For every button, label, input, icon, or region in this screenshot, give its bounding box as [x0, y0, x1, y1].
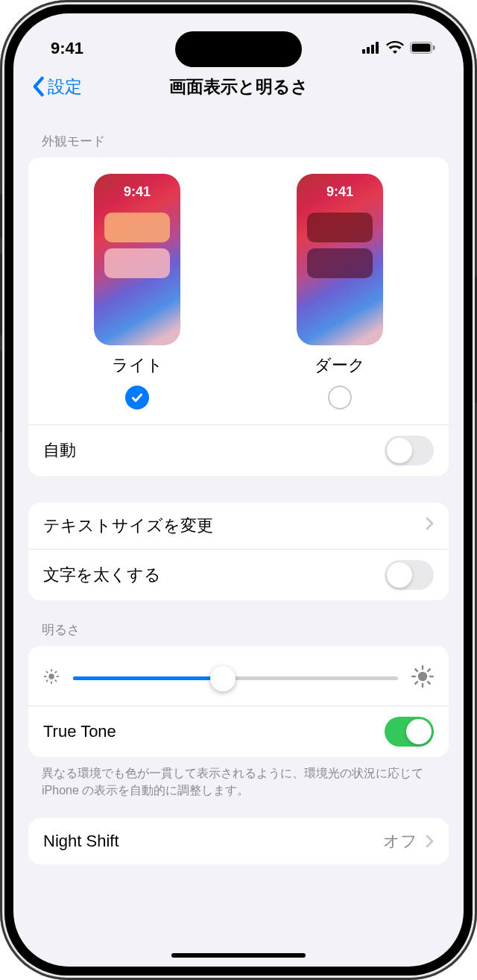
toggle-bold[interactable]	[385, 560, 434, 590]
svg-rect-0	[362, 49, 365, 54]
sun-min-icon	[43, 668, 60, 688]
text-card: テキストサイズを変更 文字を太くする	[28, 503, 449, 600]
night-shift-label: Night Shift	[43, 832, 119, 851]
light-preview: 9:41	[94, 174, 180, 345]
row-auto: 自動	[28, 424, 449, 476]
brightness-card: True Tone	[28, 646, 449, 757]
true-tone-footer: 異なる環境でも色が一貫して表示されるように、環境光の状況に応じて iPhone …	[28, 757, 449, 802]
dark-preview: 9:41	[297, 174, 383, 345]
svg-line-24	[428, 669, 430, 671]
chevron-left-icon	[31, 76, 45, 97]
sun-max-icon	[411, 665, 434, 691]
svg-rect-3	[376, 42, 379, 54]
appearance-selector: 9:41 ライト 9:41 ダーク	[28, 157, 449, 424]
home-indicator[interactable]	[171, 953, 306, 958]
svg-point-16	[418, 672, 428, 682]
content[interactable]: 外観モード 9:41 ライト	[13, 107, 464, 967]
radio-dark[interactable]	[328, 386, 352, 409]
row-night-shift[interactable]: Night Shift オフ	[28, 818, 449, 864]
svg-line-23	[415, 682, 417, 684]
true-tone-label: True Tone	[43, 722, 116, 741]
row-true-tone: True Tone	[28, 706, 449, 757]
light-label: ライト	[112, 354, 163, 377]
toggle-true-tone[interactable]	[385, 717, 434, 747]
section-header-brightness: 明るさ	[28, 600, 449, 646]
section-header-appearance: 外観モード	[28, 112, 449, 157]
dynamic-island	[175, 31, 302, 67]
appearance-option-light[interactable]: 9:41 ライト	[94, 174, 180, 409]
svg-line-21	[415, 669, 417, 671]
wifi-icon	[386, 39, 404, 58]
svg-line-15	[55, 671, 56, 672]
side-button	[0, 351, 2, 433]
appearance-card: 9:41 ライト 9:41 ダーク	[28, 157, 449, 476]
appearance-option-dark[interactable]: 9:41 ダーク	[297, 174, 383, 409]
cellular-icon	[362, 39, 380, 58]
page-title: 画面表示と明るさ	[169, 75, 309, 98]
bold-label: 文字を太くする	[43, 564, 161, 586]
svg-rect-6	[433, 45, 435, 50]
svg-line-12	[46, 671, 47, 672]
svg-rect-5	[412, 44, 431, 52]
screen: 9:41 設定 画面表示と明るさ 外観モード	[13, 13, 464, 967]
device-frame: 9:41 設定 画面表示と明るさ 外観モード	[0, 0, 477, 980]
status-time: 9:41	[51, 39, 83, 58]
svg-line-22	[428, 682, 430, 684]
row-bold-text: 文字を太くする	[28, 549, 449, 600]
toggle-auto[interactable]	[385, 436, 434, 465]
back-button[interactable]: 設定	[31, 75, 82, 98]
auto-label: 自動	[43, 439, 76, 462]
navbar: 設定 画面表示と明るさ	[13, 66, 464, 107]
svg-line-13	[55, 680, 56, 681]
battery-icon	[410, 39, 435, 58]
night-shift-value: オフ	[383, 830, 417, 852]
chevron-right-icon	[425, 516, 434, 535]
side-button	[0, 254, 2, 336]
svg-point-7	[48, 673, 54, 679]
night-shift-card: Night Shift オフ	[28, 818, 449, 864]
svg-rect-1	[367, 47, 370, 54]
row-text-size[interactable]: テキストサイズを変更	[28, 503, 449, 549]
side-button	[0, 194, 2, 239]
svg-line-14	[46, 680, 47, 681]
text-size-label: テキストサイズを変更	[43, 515, 213, 537]
check-icon	[130, 391, 144, 404]
back-label: 設定	[48, 75, 82, 98]
chevron-right-icon	[425, 834, 434, 849]
radio-light[interactable]	[125, 386, 149, 409]
svg-rect-2	[371, 45, 374, 54]
brightness-slider-row	[28, 646, 449, 706]
brightness-slider[interactable]	[73, 665, 398, 691]
dark-label: ダーク	[315, 354, 365, 377]
